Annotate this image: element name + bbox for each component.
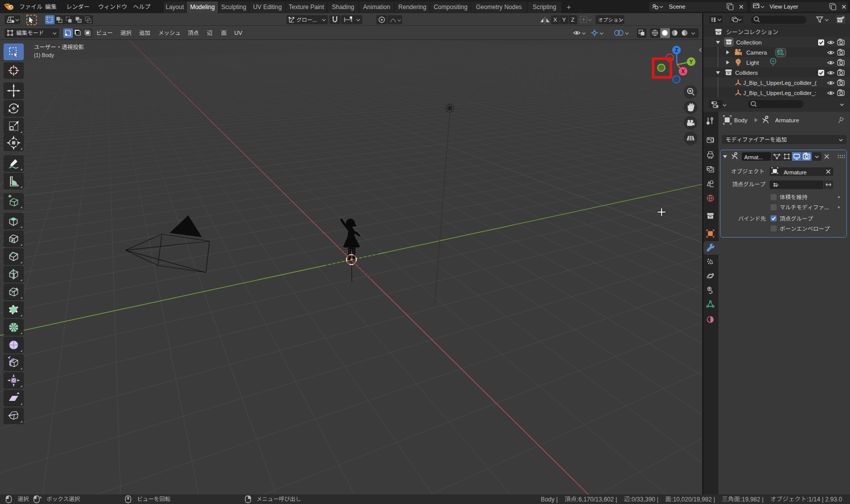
svg-text:Z: Z bbox=[675, 47, 678, 53]
svg-text:Y: Y bbox=[689, 59, 693, 65]
svg-text:X: X bbox=[681, 68, 685, 74]
